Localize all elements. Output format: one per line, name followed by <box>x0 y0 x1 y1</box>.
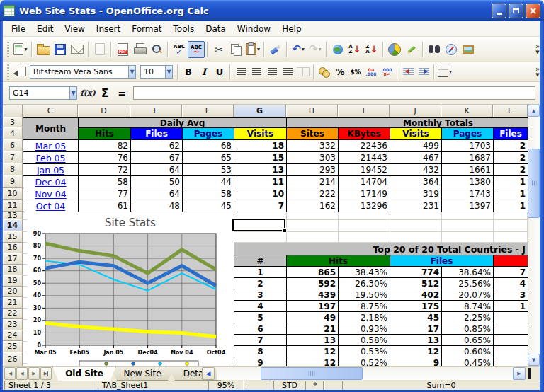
countries-rank-cell[interactable]: 1 <box>234 267 287 278</box>
visits_m-cell[interactable]: 319 <box>390 188 442 200</box>
menu-view[interactable]: View <box>59 23 90 35</box>
first-sheet-button[interactable]: ◀ <box>4 367 16 380</box>
row-header-10[interactable]: 10 <box>3 188 23 200</box>
countries-files_pct-cell[interactable]: 20.07% <box>442 289 494 301</box>
countries-files_pct-cell[interactable]: 25.56% <box>442 278 494 289</box>
monthly-col-header-pages[interactable]: Pages <box>442 128 494 140</box>
select-all-corner[interactable] <box>3 105 23 117</box>
minimize-button[interactable] <box>492 4 506 18</box>
row-header-13[interactable]: 13 <box>3 212 23 219</box>
row-header-22[interactable]: 22 <box>3 309 23 320</box>
row-header-18[interactable]: 18 <box>3 265 23 276</box>
column-header-H[interactable]: H <box>286 105 338 117</box>
last-sheet-button[interactable]: ▶ <box>40 367 52 380</box>
name-box-dropdown[interactable]: ▼ <box>69 87 76 99</box>
save-button[interactable] <box>52 41 69 58</box>
site-stats-chart[interactable]: Site Stats0102030405060708090Mar 05Feb05… <box>27 212 234 366</box>
align-right-button[interactable] <box>264 64 280 80</box>
draw-functions-button[interactable] <box>403 41 420 58</box>
daily-avg-header-cell[interactable]: Daily Avg <box>79 118 287 128</box>
files-cell[interactable]: 48 <box>131 200 183 212</box>
format-paintbrush-button[interactable] <box>267 41 284 58</box>
paste-button[interactable]: ▾ <box>244 41 261 58</box>
visits-cell[interactable]: 7 <box>234 200 287 212</box>
sort-ascending-button[interactable]: AZ↓ <box>346 41 363 58</box>
autospellcheck-button[interactable]: ABC~ <box>188 41 205 58</box>
page-preview-button[interactable] <box>148 41 165 58</box>
menu-window[interactable]: Window <box>232 23 276 35</box>
spellcheck-button[interactable]: ABC✓ <box>171 41 188 58</box>
sort-descending-button[interactable]: ZA↓ <box>363 41 380 58</box>
undo-button[interactable]: ↶▾ <box>290 41 307 58</box>
files_m-cell[interactable]: 2 <box>494 164 528 176</box>
maximize-button[interactable] <box>509 4 523 18</box>
justify-button[interactable] <box>280 64 295 80</box>
column-header-J[interactable]: J <box>390 105 441 117</box>
visits-cell[interactable]: 13 <box>234 164 287 176</box>
countries-hits_pct-cell[interactable]: 0.58% <box>339 335 390 346</box>
countries-hits_pct-cell[interactable]: 19.50% <box>339 289 390 301</box>
function-button[interactable]: = <box>113 86 130 101</box>
kbytes-cell[interactable]: 13296 <box>339 200 390 212</box>
countries-files_pct-cell[interactable]: 0.60% <box>442 346 494 357</box>
month-link[interactable]: Mar 05 <box>35 141 66 151</box>
files-cell[interactable]: 50 <box>131 176 183 188</box>
countries-rank-cell[interactable]: 4 <box>234 301 287 312</box>
row-header-9[interactable]: 9 <box>3 175 23 188</box>
hits-cell[interactable]: 82 <box>79 140 131 152</box>
countries-hits-cell[interactable]: 592 <box>287 278 339 289</box>
countries-files-cell[interactable]: 13 <box>390 335 442 346</box>
daily-col-header-files[interactable]: Files <box>131 128 183 140</box>
close-button[interactable]: × <box>526 4 540 18</box>
font-name-dropdown[interactable]: ▼ <box>128 66 135 78</box>
files-cell[interactable]: 62 <box>131 140 183 152</box>
daily-col-header-hits[interactable]: Hits <box>79 128 131 140</box>
pages_m-cell[interactable]: 1661 <box>442 164 494 176</box>
files-cell[interactable]: 64 <box>131 188 183 200</box>
pages-cell[interactable]: 58 <box>183 188 234 200</box>
countries-rank-cell[interactable]: 2 <box>234 278 287 289</box>
countries-files-header[interactable]: Files <box>390 255 494 267</box>
countries-files-cell[interactable]: 774 <box>390 267 442 278</box>
countries-kbytes-cell[interactable]: 3 <box>494 289 528 301</box>
visits_m-cell[interactable]: 499 <box>390 140 442 152</box>
menu-tools[interactable]: Tools <box>168 23 200 35</box>
pages-cell[interactable]: 45 <box>183 200 234 212</box>
countries-files-cell[interactable]: 402 <box>390 289 442 301</box>
month-cell[interactable]: Dec 04 <box>23 176 79 188</box>
visits-cell[interactable]: 15 <box>234 152 287 164</box>
edit-file-button[interactable] <box>91 41 108 58</box>
month-cell[interactable]: Mar 05 <box>23 140 79 152</box>
increase-indent-button[interactable] <box>416 64 431 80</box>
menu-file[interactable]: File <box>6 23 31 35</box>
delete-decimal-button[interactable]: .0000↵ <box>379 64 395 80</box>
hits-cell[interactable]: 77 <box>79 188 131 200</box>
font-size-input[interactable] <box>141 66 165 78</box>
visits-cell[interactable]: 11 <box>234 176 287 188</box>
column-header-D[interactable]: D <box>78 105 130 117</box>
vertical-scroll-thumb[interactable] <box>528 149 540 218</box>
column-header-K[interactable]: K <box>441 105 493 117</box>
email-button[interactable] <box>69 41 86 58</box>
pages_m-cell[interactable]: 1687 <box>442 152 494 164</box>
menu-insert[interactable]: Insert <box>91 23 126 35</box>
month-link[interactable]: Feb 05 <box>35 153 65 163</box>
export-pdf-button[interactable]: PDF <box>114 41 131 58</box>
sheet-tab-new-site[interactable]: New Site <box>110 367 174 381</box>
pages-cell[interactable]: 68 <box>183 140 234 152</box>
countries-hits-cell[interactable]: 21 <box>287 323 339 335</box>
sheet-tab-old-site[interactable]: Old Site <box>52 367 116 381</box>
cut-button[interactable]: ✂ <box>210 41 227 58</box>
fill-handle[interactable] <box>282 228 287 233</box>
new-document-button[interactable]: ▾ <box>12 41 29 58</box>
sum-button[interactable]: Σ <box>96 86 113 101</box>
countries-files-cell[interactable]: 12 <box>390 346 442 357</box>
currency-format-button[interactable] <box>317 64 332 80</box>
countries-hits-cell[interactable]: 12 <box>287 357 339 366</box>
row-header-8[interactable]: 8 <box>3 163 23 175</box>
files_m-cell[interactable]: 2 <box>494 152 528 164</box>
month-link[interactable]: Jan 05 <box>37 165 64 175</box>
countries-hits_pct-cell[interactable]: 26.30% <box>339 278 390 289</box>
month-link[interactable]: Nov 04 <box>35 189 66 200</box>
monthly-col-header-sites[interactable]: Sites <box>287 128 339 140</box>
